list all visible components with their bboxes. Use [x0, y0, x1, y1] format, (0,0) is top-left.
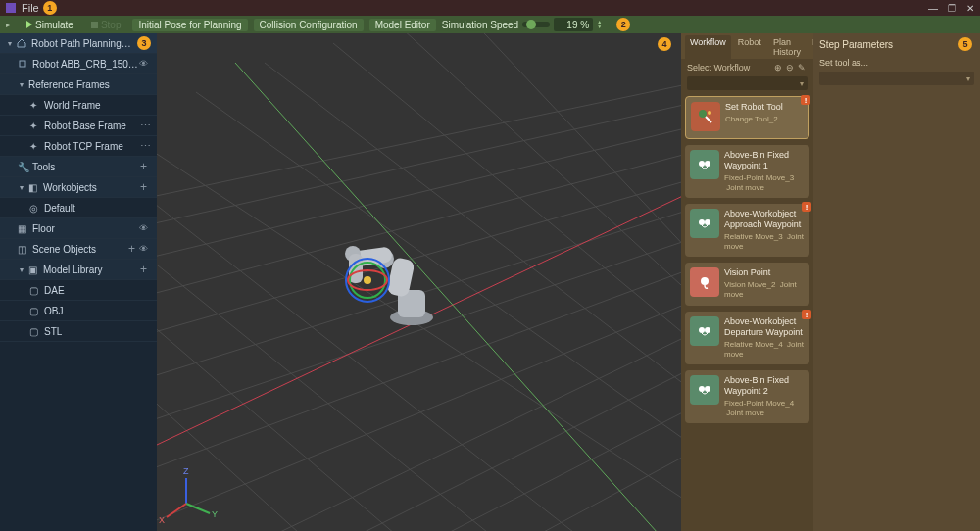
- sim-speed-spinner[interactable]: ▲▼: [597, 20, 607, 29]
- tab-workflow[interactable]: Workflow: [685, 35, 731, 59]
- reference-frames-label: Reference Frames: [28, 79, 151, 90]
- base-frame-item[interactable]: ✦ Robot Base Frame ⋯: [0, 116, 157, 136]
- close-button[interactable]: ✕: [966, 3, 974, 14]
- reference-frames-header[interactable]: ▾ Reference Frames: [0, 74, 157, 95]
- callout-badge-3: 3: [137, 36, 151, 50]
- step-title: Set Robot Tool: [725, 102, 804, 113]
- 3d-viewport[interactable]: 4: [157, 33, 681, 531]
- add-icon[interactable]: +: [128, 242, 135, 256]
- set-tool-dropdown[interactable]: ▾: [819, 72, 974, 85]
- step-sub: Fixed-Point Move_4 Joint move: [724, 399, 805, 418]
- svg-point-46: [705, 161, 710, 167]
- step-title: Vision Point: [724, 267, 805, 278]
- visibility-icon[interactable]: 👁: [139, 59, 151, 69]
- sim-speed-control: Simulation Speed 19 % ▲▼: [442, 18, 607, 31]
- waypoint-step-icon: [690, 375, 719, 405]
- step-above-bin-wp2[interactable]: Above-Bin Fixed Waypoint 2 Fixed-Point M…: [685, 370, 809, 423]
- set-tool-param: Set tool as...: [819, 58, 974, 68]
- svg-point-44: [708, 111, 711, 115]
- tool-step-icon: [691, 102, 720, 131]
- more-icon[interactable]: ⋯: [140, 140, 151, 153]
- params-header: Step Parameters: [819, 39, 974, 50]
- step-sub: Vision Move_2 Joint move: [724, 280, 805, 300]
- svg-point-43: [699, 110, 707, 118]
- remove-workflow-icon[interactable]: ⊖: [784, 63, 796, 72]
- step-title: Above-Workobject Approach Waypoint: [724, 209, 805, 230]
- callout-badge-2: 2: [616, 18, 630, 31]
- base-frame-label: Robot Base Frame: [44, 121, 140, 131]
- step-sub: Relative Move_3 Joint move: [724, 232, 805, 252]
- svg-point-48: [705, 219, 710, 225]
- collapse-icon[interactable]: ▾: [18, 183, 25, 191]
- add-icon[interactable]: +: [140, 180, 147, 194]
- collapse-icon[interactable]: ▾: [18, 266, 25, 273]
- collapse-icon[interactable]: ▾: [18, 80, 25, 88]
- workflow-select-row: Select Workflow ⊕ ⊖ ✎: [681, 59, 813, 76]
- workflow-column: Workflow Robot Plan History Log Select W…: [681, 33, 813, 531]
- world-frame-item[interactable]: ✦ World Frame: [0, 95, 157, 116]
- default-workobject[interactable]: ◎ Default: [0, 198, 157, 218]
- workflow-dropdown[interactable]: ▾: [687, 76, 808, 90]
- svg-line-14: [157, 141, 681, 513]
- add-workflow-icon[interactable]: ⊕: [772, 63, 784, 72]
- right-tabs: Workflow Robot Plan History Log: [681, 33, 813, 59]
- svg-point-47: [699, 219, 705, 225]
- dae-item[interactable]: ▢ DAE: [0, 280, 157, 301]
- simulate-button[interactable]: Simulate: [21, 19, 79, 31]
- step-departure-wp[interactable]: Above-Workobject Departure Waypoint Rela…: [685, 312, 809, 364]
- robot-item[interactable]: Robot ABB_CRB_15000_5… 👁: [0, 54, 157, 74]
- minimize-button[interactable]: —: [928, 3, 938, 14]
- svg-line-13: [157, 80, 681, 200]
- step-title: Above-Bin Fixed Waypoint 1: [724, 150, 805, 171]
- file-icon: ▢: [29, 285, 39, 295]
- add-icon[interactable]: +: [140, 160, 147, 173]
- svg-point-45: [699, 161, 705, 167]
- collapse-icon[interactable]: ▾: [6, 39, 14, 47]
- stop-button[interactable]: Stop: [85, 19, 127, 31]
- sidebar: ▾ Robot Path Planning in Sol… 3 Robot AB…: [0, 33, 157, 531]
- floor-item[interactable]: ▦ Floor 👁: [0, 218, 157, 239]
- step-above-bin-wp1[interactable]: Above-Bin Fixed Waypoint 1 Fixed-Point M…: [685, 145, 809, 198]
- project-header[interactable]: ▾ Robot Path Planning in Sol… 3: [0, 33, 157, 54]
- waypoint-step-icon: [690, 316, 719, 346]
- maximize-button[interactable]: ❐: [948, 3, 956, 14]
- initial-pose-button[interactable]: Initial Pose for Planning: [132, 19, 247, 31]
- model-editor-button[interactable]: Model Editor: [369, 19, 436, 31]
- window-controls: — ❐ ✕: [928, 3, 974, 14]
- obj-item[interactable]: ▢ OBJ: [0, 301, 157, 321]
- model-library-header[interactable]: ▾ ▣ Model Library +: [0, 260, 157, 280]
- sim-speed-value[interactable]: 19 %: [554, 18, 593, 31]
- menu-file[interactable]: File: [22, 2, 39, 14]
- sim-speed-slider[interactable]: [522, 22, 550, 27]
- tab-plan-history[interactable]: Plan History: [768, 35, 806, 59]
- svg-line-6: [265, 362, 681, 531]
- svg-point-36: [364, 276, 371, 284]
- toolbar-expand-icon[interactable]: ▸: [4, 21, 12, 28]
- collision-config-button[interactable]: Collision Configuration: [254, 19, 364, 31]
- visibility-icon[interactable]: 👁: [139, 244, 151, 254]
- svg-line-20: [157, 190, 637, 531]
- scene-objects-header[interactable]: ◫ Scene Objects + 👁: [0, 239, 157, 260]
- tcp-frame-item[interactable]: ✦ Robot TCP Frame ⋯: [0, 136, 157, 157]
- visibility-icon[interactable]: 👁: [139, 223, 151, 233]
- callout-badge-5: 5: [958, 37, 972, 51]
- svg-line-11: [157, 123, 681, 261]
- simulate-label: Simulate: [35, 20, 74, 30]
- tab-robot[interactable]: Robot: [733, 35, 766, 59]
- svg-point-52: [699, 386, 705, 392]
- add-icon[interactable]: +: [140, 263, 147, 276]
- edit-workflow-icon[interactable]: ✎: [796, 63, 808, 72]
- step-set-robot-tool[interactable]: Set Robot Tool Change Tool_2 !: [685, 96, 809, 139]
- tools-header[interactable]: 🔧 Tools +: [0, 157, 157, 177]
- svg-line-18: [402, 33, 681, 308]
- step-approach-wp[interactable]: Above-Workobject Approach Waypoint Relat…: [685, 204, 809, 257]
- step-vision-point[interactable]: Vision Point Vision Move_2 Joint move: [685, 263, 809, 306]
- step-sub: Relative Move_4 Joint move: [724, 340, 805, 360]
- svg-line-39: [167, 504, 186, 517]
- stl-item[interactable]: ▢ STL: [0, 321, 157, 342]
- more-icon[interactable]: ⋯: [140, 120, 151, 132]
- scene-objects-label: Scene Objects: [32, 244, 128, 255]
- stop-label: Stop: [101, 20, 122, 30]
- workflow-steps: Set Robot Tool Change Tool_2 ! Above-Bin…: [681, 94, 813, 531]
- workobjects-header[interactable]: ▾ ◧ Workobjects +: [0, 177, 157, 198]
